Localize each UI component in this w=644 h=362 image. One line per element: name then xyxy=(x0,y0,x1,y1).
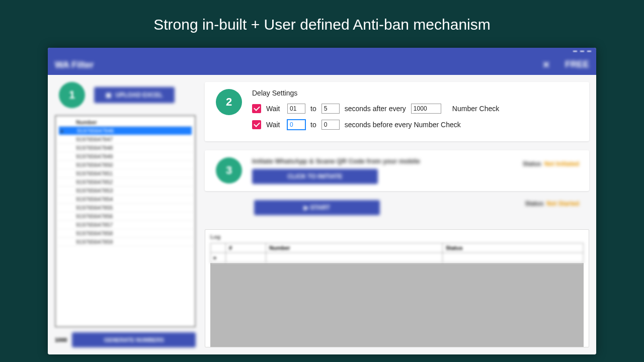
delay-after-text: seconds after every xyxy=(345,105,406,113)
list-item[interactable]: 919765647846 xyxy=(59,127,192,135)
list-item[interactable]: 919765647859 xyxy=(58,238,193,246)
log-table[interactable]: # Number Status ▸ xyxy=(210,243,584,263)
delay-before-checkbox[interactable] xyxy=(252,120,261,129)
promo-headline: Strong in-built + User defined Anti-ban … xyxy=(0,0,644,33)
delay-before-text: seconds before every Number Check xyxy=(345,121,461,129)
list-item[interactable]: 919765647848 xyxy=(58,144,193,152)
delay-before-max-input[interactable] xyxy=(321,120,340,130)
initiate-card: 3 Initiate WhatsApp & Scane QR Code from… xyxy=(205,150,589,191)
list-item[interactable]: 919765647851 xyxy=(58,169,193,178)
log-card: Log # Number Status ▸ xyxy=(205,229,589,347)
list-item[interactable]: 919765647857 xyxy=(58,221,193,229)
delay-after-checkbox[interactable] xyxy=(252,104,261,113)
status-label: Status xyxy=(523,160,541,167)
list-item[interactable]: 919765647856 xyxy=(58,212,193,221)
app-window: WA Filter ✕ FREE 1 ▣ UPLOAD EXCEL Number… xyxy=(48,48,596,354)
window-controls[interactable] xyxy=(48,48,596,55)
title-bar: WA Filter ✕ FREE xyxy=(48,55,596,75)
log-title: Log xyxy=(210,234,584,240)
click-to-initiate-button[interactable]: CLICK TO INITIATE xyxy=(252,169,378,184)
list-item[interactable]: 919765647847 xyxy=(58,135,193,144)
delay-after-tail: Number Check xyxy=(452,105,499,113)
log-col-number: Number xyxy=(266,243,443,253)
title-free-badge: FREE xyxy=(565,59,589,70)
step-1-badge: 1 xyxy=(59,82,85,108)
list-item[interactable]: 919765647853 xyxy=(58,187,193,195)
number-list[interactable]: Number ▸919765647846 919765647847 919765… xyxy=(55,115,196,327)
start-card: ▶ START Status Not Started xyxy=(205,200,589,220)
delay-after-min-input[interactable] xyxy=(287,104,305,114)
list-item[interactable]: 919765647854 xyxy=(58,195,193,204)
log-col-status: Status xyxy=(443,243,584,253)
list-item[interactable]: 919765647852 xyxy=(58,178,193,187)
list-item[interactable]: 919765647855 xyxy=(58,204,193,212)
total-count: 1000 xyxy=(55,337,67,343)
number-list-header: Number xyxy=(58,118,193,127)
step-2-badge: 2 xyxy=(216,89,242,115)
log-empty-area xyxy=(210,263,584,347)
to-label: to xyxy=(310,121,316,129)
upload-excel-label: UPLOAD EXCEL xyxy=(115,92,163,99)
delay-before-min-input[interactable] xyxy=(287,120,305,130)
app-title: WA Filter xyxy=(55,60,94,70)
delay-after-max-input[interactable] xyxy=(321,104,340,114)
generate-numbers-button[interactable]: GENERATE NUMBERS xyxy=(72,332,196,347)
upload-icon: ▣ xyxy=(106,92,111,99)
title-close-icon[interactable]: ✕ xyxy=(542,59,550,70)
step-3-badge: 3 xyxy=(216,157,242,184)
list-item[interactable]: 919765647858 xyxy=(58,229,193,238)
delay-settings-title: Delay Settings xyxy=(252,89,578,97)
list-item[interactable]: 919765647850 xyxy=(58,161,193,169)
start-button[interactable]: ▶ START xyxy=(254,200,380,215)
delay-after-count-input[interactable] xyxy=(411,104,441,114)
upload-excel-button[interactable]: ▣ UPLOAD EXCEL xyxy=(94,87,175,103)
status-value: Not Initiated xyxy=(544,160,579,167)
wait-label: Wait xyxy=(266,105,282,113)
delay-settings-card: 2 Delay Settings Wait to seconds after e… xyxy=(205,82,589,141)
status-label: Status xyxy=(525,200,544,207)
status-value: Not Started xyxy=(546,200,579,207)
log-col-hash: # xyxy=(226,243,266,253)
wait-label: Wait xyxy=(266,121,282,129)
list-item[interactable]: 919765647849 xyxy=(58,152,193,161)
to-label: to xyxy=(310,105,316,113)
